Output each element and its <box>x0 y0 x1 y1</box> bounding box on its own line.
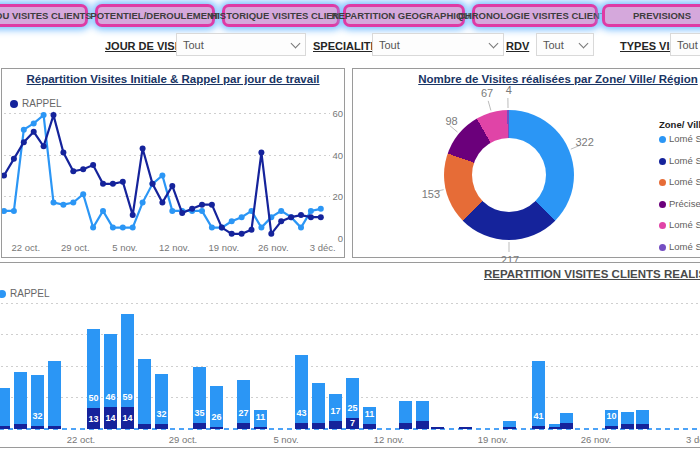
bar-value-label-dark: 7 <box>345 418 361 428</box>
bar-segment-light <box>48 361 61 426</box>
chevron-down-icon <box>489 38 499 48</box>
gridline <box>0 303 700 304</box>
bar-segment-dark <box>155 424 168 429</box>
legend-label: Lomé Sec <box>669 155 700 166</box>
donut-legend-item: Lomé Sec <box>659 219 700 230</box>
donut-chart-panel: Nombre de Visites réalisées par Zone/ Vi… <box>352 68 700 258</box>
bar-segment-dark <box>31 426 44 429</box>
legend-label: Lomé Sec <box>669 219 700 230</box>
line-series-svg <box>2 69 346 259</box>
bar-segment-light <box>636 410 649 424</box>
x-axis-label: 12 nov. <box>369 434 409 445</box>
bar-segment-light <box>0 388 10 426</box>
bar-value-label: 41 <box>531 411 547 421</box>
filter-dropdown-0[interactable]: Tout <box>176 33 306 56</box>
donut-legend-item: Lomé Sec <box>659 155 700 166</box>
bar-segment-dark <box>416 421 429 429</box>
bar-value-label-dark: 14 <box>120 413 136 423</box>
legend-dot <box>659 179 666 186</box>
nav-tab-chronologie-visites-clients[interactable]: CHRONOLOGIE VISITES CLIENTS <box>472 4 598 27</box>
bar-chart-panel: REPARTITION VISITES CLIENTS REALISEES PA… <box>0 262 700 448</box>
bar-segment-dark <box>254 427 267 429</box>
dashboard: ENDU VISITES CLIENTSPOTENTIEL/DEROULEMEN… <box>0 0 700 450</box>
bar-value-label: 46 <box>103 392 119 402</box>
bar-value-label: 32 <box>154 409 170 419</box>
bar-segment-dark <box>399 423 412 429</box>
bar-value-label: 27 <box>236 408 252 418</box>
line-chart-plot: 020406022 oct.29 oct.5 nov.12 nov.19 nov… <box>2 69 346 259</box>
bar-value-label: 59 <box>120 392 136 402</box>
bar-segment-dark <box>329 421 342 429</box>
legend-label: Lomé Sec <box>669 133 700 144</box>
bar-segment-dark <box>636 424 649 429</box>
nav-tab-historique-visites-clients[interactable]: HISTORIQUE VISITES CLIENTS <box>222 4 340 27</box>
filter-value-0: Tout <box>183 39 292 51</box>
donut-legend-item: Lomé Sec <box>659 241 700 252</box>
legend-dot <box>659 244 666 251</box>
filter-dropdown-3[interactable]: Tout <box>670 33 700 56</box>
donut-callouts-svg <box>353 69 700 259</box>
filter-dropdown-1[interactable]: Tout <box>372 33 504 56</box>
x-axis-label: 26 nov. <box>576 434 616 445</box>
legend-dot <box>659 201 666 208</box>
bar-segment-dark <box>210 427 223 429</box>
bar-segment-dark <box>363 424 376 429</box>
bar-value-label: 26 <box>209 412 225 422</box>
filter-value-2: Tout <box>543 39 580 51</box>
chevron-down-icon <box>291 38 301 48</box>
bar-value-label: 43 <box>294 408 310 418</box>
bar-segment-dark <box>295 423 308 429</box>
bar-segment-dark <box>193 423 206 429</box>
x-axis-label: 29 oct. <box>163 434 203 445</box>
bar-segment-light <box>312 383 325 423</box>
bar-value-label: 10 <box>604 411 620 421</box>
legend-dot <box>659 136 666 143</box>
bar-value-label: 35 <box>192 408 208 418</box>
legend-dot <box>659 222 666 229</box>
nav-tab-previsions[interactable]: PREVISIONS <box>602 4 700 27</box>
bar-value-label: 50 <box>86 393 102 403</box>
bar-segment-dark <box>14 424 27 429</box>
nav-tab-potentiel-deroulement[interactable]: POTENTIEL/DEROULEMENT <box>95 4 215 27</box>
bar-value-label: 11 <box>253 412 269 422</box>
donut-chart-plot: 32221715398674 <box>353 69 700 259</box>
bar-value-label: 32 <box>30 411 46 421</box>
donut-value-label: 98 <box>432 115 458 127</box>
donut-value-label: 322 <box>575 136 601 148</box>
filter-value-1: Tout <box>379 39 490 51</box>
bar-segment-dark <box>0 426 10 429</box>
donut-legend-item: Lomé Sec <box>659 133 700 144</box>
bar-segment-light <box>416 401 429 422</box>
x-axis-label: 3 déc. <box>679 434 700 445</box>
legend-label: Précisez... <box>669 198 700 209</box>
bar-segment-dark <box>560 423 573 429</box>
nav-tab-repartition-geographique[interactable]: REPARTITION GEOGRAPHIQUE <box>343 4 465 27</box>
bar-segment-dark <box>312 423 325 429</box>
bar-segment-dark <box>48 426 61 429</box>
donut-legend-item: Lomé Sec <box>659 176 700 187</box>
chevron-down-icon <box>579 38 589 48</box>
x-axis-label: 22 oct. <box>61 434 101 445</box>
bar-segment-light <box>560 413 573 422</box>
bar-segment-dark <box>621 424 634 429</box>
bar-segment-light <box>399 401 412 423</box>
legend-label: Lomé Sec <box>669 176 700 187</box>
bar-segment-dark <box>503 427 516 429</box>
bar-segment-dark <box>431 427 444 429</box>
line-chart-panel: Répartition Visites Initiale & Rappel pa… <box>1 68 345 258</box>
bar-segment-light <box>621 412 634 425</box>
x-axis-label: 5 nov. <box>266 434 306 445</box>
bar-segment-dark <box>138 424 151 429</box>
filter-value-3: Tout <box>677 39 700 51</box>
bar-value-label-dark: 14 <box>103 413 119 423</box>
filter-label-2: RDV <box>506 40 529 52</box>
legend-dot <box>659 158 666 165</box>
donut-value-label: 4 <box>496 84 522 96</box>
bar-segment-dark <box>605 426 618 429</box>
bar-segment-light <box>138 359 151 424</box>
nav-tab-endu-visites-clients[interactable]: ENDU VISITES CLIENTS <box>0 4 88 27</box>
donut-value-label: 153 <box>414 188 440 200</box>
bar-value-label: 11 <box>362 409 378 419</box>
filter-dropdown-2[interactable]: Tout <box>536 33 594 56</box>
bar-chart-plot: 22 oct.29 oct.5 nov.12 nov.19 nov.26 nov… <box>0 263 700 449</box>
